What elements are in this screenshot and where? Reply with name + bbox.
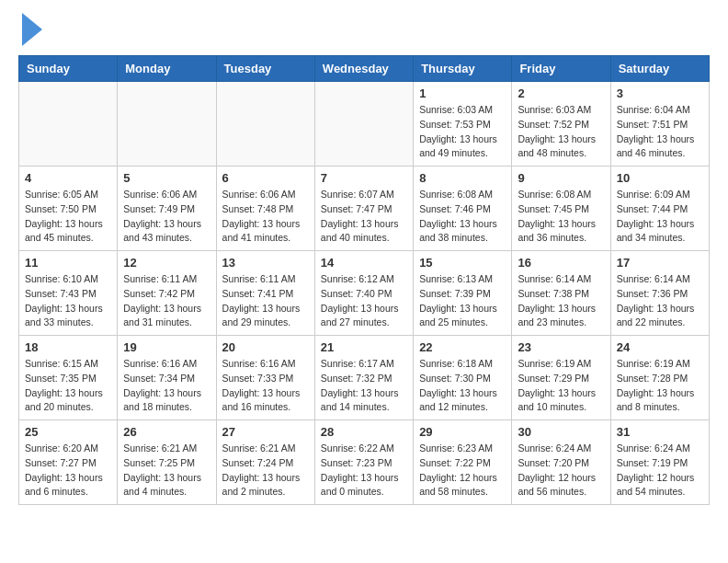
- day-info: Sunrise: 6:17 AM Sunset: 7:32 PM Dayligh…: [321, 357, 407, 415]
- day-number: 22: [419, 340, 506, 354]
- day-info: Sunrise: 6:22 AM Sunset: 7:23 PM Dayligh…: [321, 442, 407, 500]
- day-info: Sunrise: 6:04 AM Sunset: 7:51 PM Dayligh…: [617, 103, 703, 161]
- calendar-cell: [118, 82, 216, 167]
- calendar-cell: 23Sunrise: 6:19 AM Sunset: 7:29 PM Dayli…: [512, 336, 610, 420]
- calendar-cell: 30Sunrise: 6:24 AM Sunset: 7:20 PM Dayli…: [512, 420, 610, 505]
- day-number: 8: [419, 171, 506, 185]
- day-info: Sunrise: 6:12 AM Sunset: 7:40 PM Dayligh…: [321, 272, 407, 330]
- calendar-cell: [314, 82, 413, 167]
- day-info: Sunrise: 6:18 AM Sunset: 7:30 PM Dayligh…: [419, 357, 506, 415]
- week-row-3: 11Sunrise: 6:10 AM Sunset: 7:43 PM Dayli…: [19, 251, 710, 336]
- day-number: 6: [222, 171, 309, 185]
- calendar-cell: 31Sunrise: 6:24 AM Sunset: 7:19 PM Dayli…: [610, 420, 709, 505]
- calendar-cell: 29Sunrise: 6:23 AM Sunset: 7:22 PM Dayli…: [414, 420, 512, 505]
- calendar-cell: 19Sunrise: 6:16 AM Sunset: 7:34 PM Dayli…: [118, 336, 216, 420]
- calendar-cell: 22Sunrise: 6:18 AM Sunset: 7:30 PM Dayli…: [414, 336, 512, 420]
- day-info: Sunrise: 6:06 AM Sunset: 7:49 PM Dayligh…: [123, 188, 210, 246]
- day-info: Sunrise: 6:03 AM Sunset: 7:53 PM Dayligh…: [419, 103, 506, 161]
- calendar-cell: 12Sunrise: 6:11 AM Sunset: 7:42 PM Dayli…: [118, 251, 216, 336]
- calendar-cell: 16Sunrise: 6:14 AM Sunset: 7:38 PM Dayli…: [512, 251, 610, 336]
- day-info: Sunrise: 6:23 AM Sunset: 7:22 PM Dayligh…: [419, 442, 506, 500]
- day-info: Sunrise: 6:24 AM Sunset: 7:19 PM Dayligh…: [617, 442, 703, 500]
- calendar-cell: 28Sunrise: 6:22 AM Sunset: 7:23 PM Dayli…: [314, 420, 413, 505]
- day-info: Sunrise: 6:24 AM Sunset: 7:20 PM Dayligh…: [518, 442, 604, 500]
- calendar-cell: 3Sunrise: 6:04 AM Sunset: 7:51 PM Daylig…: [610, 82, 709, 167]
- calendar-cell: [19, 82, 118, 167]
- day-number: 30: [518, 425, 604, 439]
- day-info: Sunrise: 6:16 AM Sunset: 7:33 PM Dayligh…: [222, 357, 309, 415]
- day-number: 31: [617, 425, 703, 439]
- day-number: 25: [25, 425, 111, 439]
- calendar-cell: 25Sunrise: 6:20 AM Sunset: 7:27 PM Dayli…: [19, 420, 118, 505]
- day-number: 17: [617, 256, 703, 270]
- day-info: Sunrise: 6:10 AM Sunset: 7:43 PM Dayligh…: [25, 272, 111, 330]
- day-info: Sunrise: 6:09 AM Sunset: 7:44 PM Dayligh…: [617, 188, 703, 246]
- weekday-header-sunday: Sunday: [19, 56, 118, 82]
- calendar-cell: 11Sunrise: 6:10 AM Sunset: 7:43 PM Dayli…: [19, 251, 118, 336]
- day-number: 20: [222, 340, 309, 354]
- calendar-table: SundayMondayTuesdayWednesdayThursdayFrid…: [18, 55, 710, 505]
- day-info: Sunrise: 6:19 AM Sunset: 7:29 PM Dayligh…: [518, 357, 604, 415]
- day-number: 29: [419, 425, 506, 439]
- day-info: Sunrise: 6:21 AM Sunset: 7:24 PM Dayligh…: [222, 442, 309, 500]
- day-number: 26: [123, 425, 210, 439]
- calendar-cell: 8Sunrise: 6:08 AM Sunset: 7:46 PM Daylig…: [414, 167, 512, 251]
- calendar-cell: 10Sunrise: 6:09 AM Sunset: 7:44 PM Dayli…: [610, 167, 709, 251]
- calendar-cell: 20Sunrise: 6:16 AM Sunset: 7:33 PM Dayli…: [216, 336, 314, 420]
- calendar-cell: 21Sunrise: 6:17 AM Sunset: 7:32 PM Dayli…: [314, 336, 413, 420]
- calendar-cell: 15Sunrise: 6:13 AM Sunset: 7:39 PM Dayli…: [414, 251, 512, 336]
- day-number: 27: [222, 425, 309, 439]
- calendar-cell: 7Sunrise: 6:07 AM Sunset: 7:47 PM Daylig…: [314, 167, 413, 251]
- calendar-cell: 1Sunrise: 6:03 AM Sunset: 7:53 PM Daylig…: [414, 82, 512, 167]
- day-info: Sunrise: 6:20 AM Sunset: 7:27 PM Dayligh…: [25, 442, 111, 500]
- day-info: Sunrise: 6:19 AM Sunset: 7:28 PM Dayligh…: [617, 357, 703, 415]
- day-info: Sunrise: 6:08 AM Sunset: 7:45 PM Dayligh…: [518, 188, 604, 246]
- week-row-5: 25Sunrise: 6:20 AM Sunset: 7:27 PM Dayli…: [19, 420, 710, 505]
- day-number: 3: [617, 86, 703, 100]
- day-number: 28: [321, 425, 407, 439]
- week-row-4: 18Sunrise: 6:15 AM Sunset: 7:35 PM Dayli…: [19, 336, 710, 420]
- logo: [18, 18, 42, 46]
- day-info: Sunrise: 6:21 AM Sunset: 7:25 PM Dayligh…: [123, 442, 210, 500]
- calendar-cell: 5Sunrise: 6:06 AM Sunset: 7:49 PM Daylig…: [118, 167, 216, 251]
- weekday-header-monday: Monday: [118, 56, 216, 82]
- page-header: [18, 18, 710, 46]
- day-number: 7: [321, 171, 407, 185]
- day-info: Sunrise: 6:06 AM Sunset: 7:48 PM Dayligh…: [222, 188, 309, 246]
- day-number: 9: [518, 171, 604, 185]
- calendar-cell: 17Sunrise: 6:14 AM Sunset: 7:36 PM Dayli…: [610, 251, 709, 336]
- day-info: Sunrise: 6:14 AM Sunset: 7:36 PM Dayligh…: [617, 272, 703, 330]
- day-info: Sunrise: 6:08 AM Sunset: 7:46 PM Dayligh…: [419, 188, 506, 246]
- day-number: 5: [123, 171, 210, 185]
- day-number: 10: [617, 171, 703, 185]
- calendar-cell: 27Sunrise: 6:21 AM Sunset: 7:24 PM Dayli…: [216, 420, 314, 505]
- week-row-2: 4Sunrise: 6:05 AM Sunset: 7:50 PM Daylig…: [19, 167, 710, 251]
- day-info: Sunrise: 6:11 AM Sunset: 7:42 PM Dayligh…: [123, 272, 210, 330]
- day-number: 12: [123, 256, 210, 270]
- day-number: 1: [419, 86, 506, 100]
- day-info: Sunrise: 6:14 AM Sunset: 7:38 PM Dayligh…: [518, 272, 604, 330]
- day-number: 4: [25, 171, 111, 185]
- day-info: Sunrise: 6:15 AM Sunset: 7:35 PM Dayligh…: [25, 357, 111, 415]
- day-number: 13: [222, 256, 309, 270]
- calendar-cell: 6Sunrise: 6:06 AM Sunset: 7:48 PM Daylig…: [216, 167, 314, 251]
- day-number: 16: [518, 256, 604, 270]
- weekday-header-friday: Friday: [512, 56, 610, 82]
- weekday-header-wednesday: Wednesday: [314, 56, 413, 82]
- calendar-cell: 13Sunrise: 6:11 AM Sunset: 7:41 PM Dayli…: [216, 251, 314, 336]
- day-info: Sunrise: 6:07 AM Sunset: 7:47 PM Dayligh…: [321, 188, 407, 246]
- day-number: 15: [419, 256, 506, 270]
- calendar-cell: 18Sunrise: 6:15 AM Sunset: 7:35 PM Dayli…: [19, 336, 118, 420]
- day-number: 23: [518, 340, 604, 354]
- calendar-cell: 14Sunrise: 6:12 AM Sunset: 7:40 PM Dayli…: [314, 251, 413, 336]
- weekday-header-tuesday: Tuesday: [216, 56, 314, 82]
- logo-arrow-icon: [22, 13, 42, 46]
- day-number: 18: [25, 340, 111, 354]
- day-info: Sunrise: 6:11 AM Sunset: 7:41 PM Dayligh…: [222, 272, 309, 330]
- calendar-cell: 2Sunrise: 6:03 AM Sunset: 7:52 PM Daylig…: [512, 82, 610, 167]
- weekday-header-saturday: Saturday: [610, 56, 709, 82]
- day-number: 21: [321, 340, 407, 354]
- calendar-cell: [216, 82, 314, 167]
- day-number: 24: [617, 340, 703, 354]
- day-info: Sunrise: 6:05 AM Sunset: 7:50 PM Dayligh…: [25, 188, 111, 246]
